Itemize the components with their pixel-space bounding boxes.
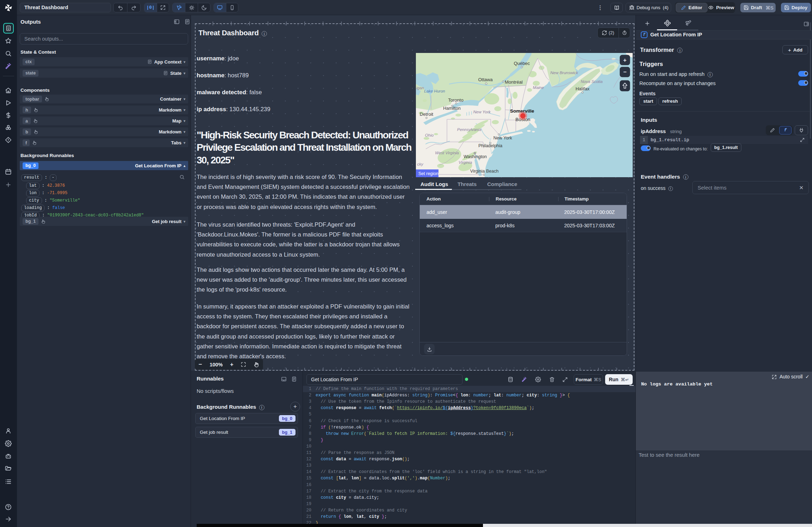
- svg-text:New York: New York: [494, 136, 513, 140]
- svg-text:+: +: [623, 57, 626, 63]
- svg-text:Lake Huron: Lake Huron: [424, 89, 445, 93]
- svg-text:Set region: Set region: [418, 171, 438, 176]
- svg-text:Washington: Washington: [464, 154, 487, 159]
- svg-text:Maine: Maine: [533, 85, 544, 90]
- svg-text:Ottawa: Ottawa: [478, 77, 493, 82]
- svg-text:New Brunswick: New Brunswick: [550, 71, 579, 75]
- svg-text:Pennsylvania: Pennsylvania: [457, 127, 481, 132]
- svg-text:Ohio: Ohio: [425, 133, 434, 137]
- svg-text:igan: igan: [416, 86, 424, 90]
- svg-text:West Virginia: West Virginia: [435, 151, 459, 155]
- svg-text:Virginia Beach: Virginia Beach: [470, 169, 498, 174]
- svg-text:Philadelphia: Philadelphia: [478, 143, 502, 148]
- svg-text:Virginia: Virginia: [459, 160, 472, 164]
- svg-text:Detroit: Detroit: [420, 112, 434, 117]
- svg-text:Halifax: Halifax: [575, 86, 590, 91]
- svg-text:Toronto: Toronto: [448, 97, 463, 103]
- svg-text:Québec: Québec: [514, 61, 530, 66]
- svg-text:Nova Scotia: Nova Scotia: [581, 79, 603, 84]
- svg-text:cky: cky: [417, 162, 424, 166]
- svg-text:Montréal: Montréal: [505, 79, 523, 85]
- svg-text:New York: New York: [473, 110, 491, 114]
- svg-text:−: −: [623, 69, 626, 75]
